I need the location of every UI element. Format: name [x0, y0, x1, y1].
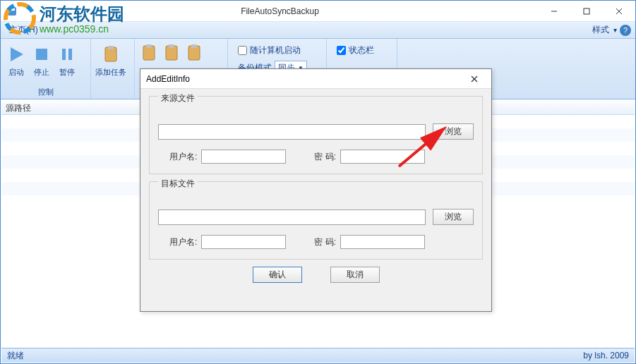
- svg-rect-11: [108, 46, 114, 49]
- source-file-group: 来源文件 浏览 用户名: 密 码:: [149, 96, 483, 174]
- ribbon-start-button[interactable]: 启动: [4, 40, 29, 80]
- target-password-input[interactable]: [340, 235, 425, 249]
- clipboard-icon: [163, 43, 183, 63]
- source-password-input[interactable]: [340, 150, 425, 164]
- source-file-legend: 来源文件: [158, 92, 198, 104]
- maximize-button[interactable]: [570, 1, 603, 22]
- close-button[interactable]: [603, 1, 635, 22]
- source-username-label: 用户名:: [169, 151, 197, 163]
- svg-rect-15: [169, 44, 174, 48]
- target-file-group: 目标文件 浏览 用户名: 密 码:: [149, 181, 483, 260]
- ribbon-start-label: 启动: [8, 67, 24, 78]
- target-browse-button[interactable]: 浏览: [433, 209, 474, 225]
- titlebar: FileAutoSyncBackup: [1, 1, 635, 22]
- status-ready: 就绪: [7, 350, 24, 362]
- dialog-close-button[interactable]: [463, 71, 486, 87]
- add-edit-info-dialog: AddEditInfo 来源文件 浏览 用户名: 密 码: 目标文件 浏览: [140, 68, 492, 312]
- menu-bar: 主页(H) 样式 ▾ ?: [1, 22, 635, 39]
- target-file-legend: 目标文件: [158, 178, 198, 190]
- ribbon-stop-button[interactable]: 停止: [29, 40, 54, 80]
- clipboard-icon: [100, 43, 122, 66]
- clipboard-icon: [140, 43, 160, 63]
- window-title: FileAutoSyncBackup: [22, 6, 538, 16]
- target-path-input[interactable]: [158, 210, 426, 225]
- target-username-label: 用户名:: [169, 236, 197, 248]
- chk-statusbar-label: 状态栏: [349, 44, 374, 56]
- status-bar: 就绪 by lsh. 2009: [1, 348, 635, 363]
- status-author: by lsh. 2009: [583, 351, 629, 360]
- svg-rect-3: [584, 8, 589, 14]
- ribbon-add-task-label: 添加任务: [95, 67, 126, 78]
- cancel-button[interactable]: 取消: [330, 267, 380, 283]
- svg-rect-13: [146, 44, 152, 48]
- ribbon-add-task-button[interactable]: 添加任务: [94, 40, 128, 80]
- ribbon-group-control-caption: 控制: [4, 85, 88, 99]
- svg-rect-1: [9, 8, 15, 11]
- svg-rect-8: [62, 49, 66, 60]
- menu-style[interactable]: 样式: [588, 23, 613, 37]
- target-password-label: 密 码:: [314, 236, 336, 248]
- svg-rect-17: [191, 44, 197, 48]
- ribbon-stop-label: 停止: [34, 67, 49, 78]
- svg-rect-9: [68, 49, 72, 60]
- chk-statusbar[interactable]: 状态栏: [337, 44, 387, 56]
- pause-icon: [56, 43, 78, 66]
- help-icon[interactable]: ?: [620, 25, 631, 36]
- svg-marker-6: [11, 47, 23, 61]
- app-icon: [6, 6, 18, 17]
- ribbon-pause-button[interactable]: 暂停: [54, 40, 80, 80]
- source-browse-button[interactable]: 浏览: [433, 123, 474, 140]
- minimize-button[interactable]: [538, 1, 570, 22]
- menu-home[interactable]: 主页(H): [5, 23, 42, 37]
- ok-button[interactable]: 确认: [253, 267, 302, 283]
- stop-icon: [30, 43, 53, 66]
- svg-rect-7: [36, 49, 47, 60]
- dialog-title: AddEditInfo: [146, 74, 463, 84]
- chk-start-with-computer[interactable]: 随计算机启动: [238, 44, 316, 56]
- ribbon-pause-label: 暂停: [59, 67, 75, 78]
- source-username-input[interactable]: [201, 150, 286, 164]
- target-username-input[interactable]: [201, 235, 286, 249]
- dialog-titlebar[interactable]: AddEditInfo: [140, 69, 491, 89]
- chk-statusbar-input[interactable]: [337, 46, 346, 55]
- source-path-input[interactable]: [158, 124, 426, 140]
- svg-rect-0: [8, 7, 16, 16]
- play-icon: [5, 43, 28, 66]
- source-password-label: 密 码:: [314, 151, 336, 163]
- clipboard-icon: [186, 43, 205, 63]
- chk-start-with-computer-input[interactable]: [238, 46, 247, 55]
- chk-start-with-computer-label: 随计算机启动: [250, 44, 301, 56]
